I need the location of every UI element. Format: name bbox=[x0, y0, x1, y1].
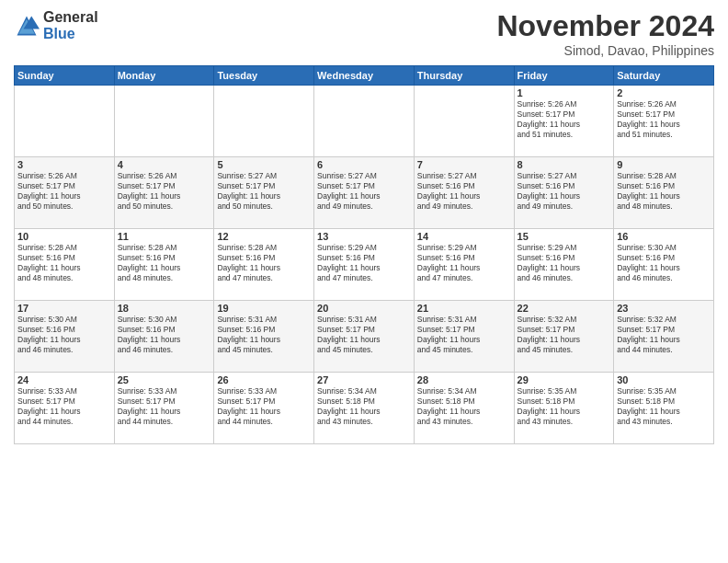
day-info: Sunrise: 5:28 AM Sunset: 5:16 PM Dayligh… bbox=[17, 243, 111, 283]
day-number: 23 bbox=[617, 303, 711, 314]
day-info: Sunrise: 5:34 AM Sunset: 5:18 PM Dayligh… bbox=[417, 386, 511, 427]
calendar-cell: 8Sunrise: 5:27 AM Sunset: 5:16 PM Daylig… bbox=[514, 157, 614, 229]
day-info: Sunrise: 5:27 AM Sunset: 5:16 PM Dayligh… bbox=[518, 171, 611, 212]
day-number: 1 bbox=[518, 87, 611, 98]
day-info: Sunrise: 5:27 AM Sunset: 5:17 PM Dayligh… bbox=[217, 171, 311, 212]
day-info: Sunrise: 5:29 AM Sunset: 5:16 PM Dayligh… bbox=[317, 243, 411, 283]
calendar-cell: 30Sunrise: 5:35 AM Sunset: 5:18 PM Dayli… bbox=[614, 373, 714, 444]
header: General Blue November 2024 Simod, Davao,… bbox=[14, 9, 714, 58]
logo-blue: Blue bbox=[43, 26, 98, 42]
calendar-week-4: 17Sunrise: 5:30 AM Sunset: 5:16 PM Dayli… bbox=[15, 301, 714, 373]
day-number: 25 bbox=[118, 374, 211, 385]
day-number: 28 bbox=[417, 374, 511, 385]
day-number: 13 bbox=[317, 231, 411, 242]
day-info: Sunrise: 5:28 AM Sunset: 5:16 PM Dayligh… bbox=[217, 243, 311, 283]
calendar-cell: 16Sunrise: 5:30 AM Sunset: 5:16 PM Dayli… bbox=[614, 229, 714, 301]
day-number: 11 bbox=[118, 231, 211, 242]
calendar-table: SundayMondayTuesdayWednesdayThursdayFrid… bbox=[14, 65, 714, 444]
day-number: 10 bbox=[17, 231, 111, 242]
day-info: Sunrise: 5:27 AM Sunset: 5:16 PM Dayligh… bbox=[417, 171, 511, 212]
calendar-cell: 13Sunrise: 5:29 AM Sunset: 5:16 PM Dayli… bbox=[314, 229, 415, 301]
calendar-cell bbox=[314, 86, 415, 157]
calendar-cell: 28Sunrise: 5:34 AM Sunset: 5:18 PM Dayli… bbox=[414, 373, 514, 444]
day-info: Sunrise: 5:32 AM Sunset: 5:17 PM Dayligh… bbox=[617, 315, 711, 355]
day-number: 29 bbox=[518, 374, 611, 385]
calendar-cell: 1Sunrise: 5:26 AM Sunset: 5:17 PM Daylig… bbox=[514, 86, 614, 157]
page: General Blue November 2024 Simod, Davao,… bbox=[0, 0, 728, 563]
calendar-cell bbox=[414, 86, 514, 157]
calendar-week-5: 24Sunrise: 5:33 AM Sunset: 5:17 PM Dayli… bbox=[15, 373, 714, 444]
day-info: Sunrise: 5:29 AM Sunset: 5:16 PM Dayligh… bbox=[417, 243, 511, 283]
calendar-cell: 7Sunrise: 5:27 AM Sunset: 5:16 PM Daylig… bbox=[414, 157, 514, 229]
calendar-cell: 9Sunrise: 5:28 AM Sunset: 5:16 PM Daylig… bbox=[614, 157, 714, 229]
calendar-cell: 21Sunrise: 5:31 AM Sunset: 5:17 PM Dayli… bbox=[414, 301, 514, 373]
day-number: 24 bbox=[17, 374, 111, 385]
calendar-cell: 12Sunrise: 5:28 AM Sunset: 5:16 PM Dayli… bbox=[214, 229, 314, 301]
calendar-week-3: 10Sunrise: 5:28 AM Sunset: 5:16 PM Dayli… bbox=[15, 229, 714, 301]
calendar-header-monday: Monday bbox=[114, 66, 214, 86]
calendar-cell: 4Sunrise: 5:26 AM Sunset: 5:17 PM Daylig… bbox=[114, 157, 214, 229]
calendar-cell: 26Sunrise: 5:33 AM Sunset: 5:17 PM Dayli… bbox=[214, 373, 314, 444]
day-number: 12 bbox=[217, 231, 311, 242]
day-info: Sunrise: 5:33 AM Sunset: 5:17 PM Dayligh… bbox=[118, 386, 211, 427]
day-info: Sunrise: 5:26 AM Sunset: 5:17 PM Dayligh… bbox=[17, 171, 111, 212]
calendar-cell bbox=[15, 86, 115, 157]
day-number: 17 bbox=[17, 303, 111, 314]
day-number: 21 bbox=[417, 303, 511, 314]
calendar-cell: 20Sunrise: 5:31 AM Sunset: 5:17 PM Dayli… bbox=[314, 301, 415, 373]
day-number: 7 bbox=[417, 159, 511, 170]
calendar-cell: 6Sunrise: 5:27 AM Sunset: 5:17 PM Daylig… bbox=[314, 157, 415, 229]
calendar-cell: 15Sunrise: 5:29 AM Sunset: 5:16 PM Dayli… bbox=[514, 229, 614, 301]
calendar-cell: 25Sunrise: 5:33 AM Sunset: 5:17 PM Dayli… bbox=[114, 373, 214, 444]
day-number: 27 bbox=[317, 374, 411, 385]
day-number: 15 bbox=[518, 231, 611, 242]
day-number: 26 bbox=[217, 374, 311, 385]
calendar-header-wednesday: Wednesday bbox=[314, 66, 415, 86]
day-number: 16 bbox=[617, 231, 711, 242]
day-number: 19 bbox=[217, 303, 311, 314]
day-info: Sunrise: 5:32 AM Sunset: 5:17 PM Dayligh… bbox=[518, 315, 611, 355]
calendar-cell: 2Sunrise: 5:26 AM Sunset: 5:17 PM Daylig… bbox=[614, 86, 714, 157]
day-info: Sunrise: 5:31 AM Sunset: 5:17 PM Dayligh… bbox=[417, 315, 511, 355]
day-info: Sunrise: 5:30 AM Sunset: 5:16 PM Dayligh… bbox=[17, 315, 111, 355]
day-info: Sunrise: 5:30 AM Sunset: 5:16 PM Dayligh… bbox=[118, 315, 211, 355]
day-info: Sunrise: 5:26 AM Sunset: 5:17 PM Dayligh… bbox=[118, 171, 211, 212]
day-info: Sunrise: 5:33 AM Sunset: 5:17 PM Dayligh… bbox=[217, 386, 311, 427]
calendar-cell: 24Sunrise: 5:33 AM Sunset: 5:17 PM Dayli… bbox=[15, 373, 115, 444]
day-info: Sunrise: 5:26 AM Sunset: 5:17 PM Dayligh… bbox=[617, 99, 711, 140]
day-number: 5 bbox=[217, 159, 311, 170]
day-number: 22 bbox=[518, 303, 611, 314]
day-info: Sunrise: 5:35 AM Sunset: 5:18 PM Dayligh… bbox=[617, 386, 711, 427]
day-number: 18 bbox=[118, 303, 211, 314]
calendar-week-2: 3Sunrise: 5:26 AM Sunset: 5:17 PM Daylig… bbox=[15, 157, 714, 229]
day-info: Sunrise: 5:26 AM Sunset: 5:17 PM Dayligh… bbox=[518, 99, 611, 140]
day-info: Sunrise: 5:34 AM Sunset: 5:18 PM Dayligh… bbox=[317, 386, 411, 427]
logo-general: General bbox=[43, 9, 98, 26]
calendar-cell: 22Sunrise: 5:32 AM Sunset: 5:17 PM Dayli… bbox=[514, 301, 614, 373]
day-number: 3 bbox=[17, 159, 111, 170]
day-number: 2 bbox=[617, 87, 711, 98]
calendar-header-tuesday: Tuesday bbox=[214, 66, 314, 86]
calendar-cell: 11Sunrise: 5:28 AM Sunset: 5:16 PM Dayli… bbox=[114, 229, 214, 301]
calendar-header-row: SundayMondayTuesdayWednesdayThursdayFrid… bbox=[15, 66, 714, 86]
day-info: Sunrise: 5:27 AM Sunset: 5:17 PM Dayligh… bbox=[317, 171, 411, 212]
day-info: Sunrise: 5:30 AM Sunset: 5:16 PM Dayligh… bbox=[617, 243, 711, 283]
logo-icon bbox=[14, 13, 40, 39]
day-number: 9 bbox=[617, 159, 711, 170]
logo: General Blue bbox=[14, 9, 98, 41]
calendar-cell: 10Sunrise: 5:28 AM Sunset: 5:16 PM Dayli… bbox=[15, 229, 115, 301]
calendar-week-1: 1Sunrise: 5:26 AM Sunset: 5:17 PM Daylig… bbox=[15, 86, 714, 157]
day-number: 8 bbox=[518, 159, 611, 170]
calendar-cell: 29Sunrise: 5:35 AM Sunset: 5:18 PM Dayli… bbox=[514, 373, 614, 444]
day-info: Sunrise: 5:35 AM Sunset: 5:18 PM Dayligh… bbox=[518, 386, 611, 427]
day-info: Sunrise: 5:33 AM Sunset: 5:17 PM Dayligh… bbox=[17, 386, 111, 427]
day-info: Sunrise: 5:29 AM Sunset: 5:16 PM Dayligh… bbox=[518, 243, 611, 283]
calendar-cell: 3Sunrise: 5:26 AM Sunset: 5:17 PM Daylig… bbox=[15, 157, 115, 229]
calendar-cell: 18Sunrise: 5:30 AM Sunset: 5:16 PM Dayli… bbox=[114, 301, 214, 373]
day-info: Sunrise: 5:31 AM Sunset: 5:17 PM Dayligh… bbox=[317, 315, 411, 355]
calendar-header-saturday: Saturday bbox=[614, 66, 714, 86]
calendar-cell: 27Sunrise: 5:34 AM Sunset: 5:18 PM Dayli… bbox=[314, 373, 415, 444]
day-number: 20 bbox=[317, 303, 411, 314]
calendar-cell bbox=[214, 86, 314, 157]
calendar-cell: 23Sunrise: 5:32 AM Sunset: 5:17 PM Dayli… bbox=[614, 301, 714, 373]
